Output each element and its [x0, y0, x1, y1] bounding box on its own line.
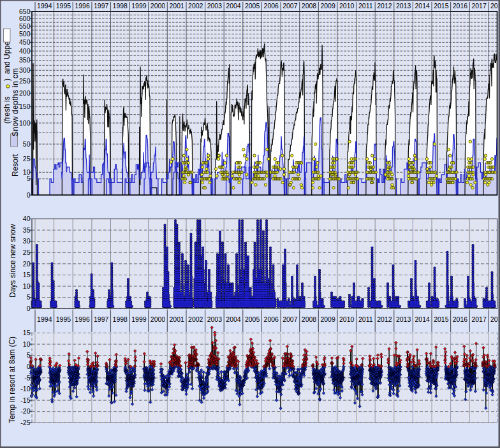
svg-text:1999: 1999 — [131, 315, 147, 323]
svg-text:Days since new snow: Days since new snow — [8, 224, 17, 298]
svg-text:2014: 2014 — [415, 315, 430, 323]
svg-text:5: 5 — [27, 351, 31, 359]
svg-text:2015: 2015 — [434, 2, 449, 10]
svg-text:15: 15 — [23, 271, 31, 278]
svg-text:15: 15 — [23, 329, 31, 336]
svg-text:2011: 2011 — [358, 315, 373, 323]
svg-text:0: 0 — [27, 191, 31, 199]
svg-text:1994: 1994 — [37, 315, 52, 323]
svg-text:300: 300 — [19, 66, 31, 74]
svg-text:10: 10 — [23, 340, 31, 348]
svg-text:600: 600 — [19, 15, 31, 22]
svg-text:1996: 1996 — [75, 2, 90, 10]
svg-text:2007: 2007 — [283, 315, 298, 323]
svg-text:400: 400 — [19, 47, 31, 55]
svg-text:450: 450 — [19, 38, 31, 46]
svg-text:2016: 2016 — [453, 2, 468, 10]
svg-text:Resort: Resort — [11, 154, 20, 177]
svg-text:5: 5 — [27, 293, 31, 301]
svg-text:550: 550 — [19, 22, 31, 30]
svg-text:(fresh is: (fresh is — [3, 96, 11, 124]
svg-text:2000: 2000 — [151, 2, 166, 10]
svg-text:2002: 2002 — [188, 315, 203, 323]
svg-text:10: 10 — [23, 282, 31, 290]
svg-text:100: 100 — [19, 119, 31, 127]
svg-text:-25: -25 — [20, 419, 30, 426]
svg-text:35: 35 — [23, 226, 31, 234]
svg-text:40: 40 — [23, 215, 31, 222]
svg-text:1995: 1995 — [56, 315, 71, 323]
svg-text:20: 20 — [23, 260, 31, 268]
svg-text:500: 500 — [19, 30, 31, 38]
svg-text:-15: -15 — [20, 396, 30, 404]
svg-text:2011: 2011 — [358, 2, 373, 10]
svg-text:350: 350 — [19, 56, 31, 64]
svg-text:2004: 2004 — [226, 315, 241, 323]
svg-text:-20: -20 — [20, 407, 30, 415]
svg-text:2007: 2007 — [283, 2, 298, 10]
svg-text:2017: 2017 — [471, 2, 487, 10]
svg-text:2006: 2006 — [264, 2, 279, 10]
svg-text:2002: 2002 — [188, 2, 203, 10]
svg-text:50: 50 — [23, 140, 31, 148]
svg-text:1997: 1997 — [94, 315, 109, 323]
svg-text:2006: 2006 — [264, 315, 279, 323]
svg-text:2001: 2001 — [169, 315, 184, 323]
svg-text:0: 0 — [27, 363, 31, 370]
svg-text:Temp in resort at 8am (C): Temp in resort at 8am (C) — [8, 336, 17, 423]
svg-text:200: 200 — [19, 89, 31, 97]
svg-text:2008: 2008 — [302, 2, 317, 10]
svg-text:1997: 1997 — [94, 2, 109, 10]
svg-text:2003: 2003 — [207, 2, 223, 10]
svg-text:250: 250 — [19, 77, 31, 85]
svg-text:2013: 2013 — [396, 315, 411, 323]
svg-text:150: 150 — [19, 103, 31, 110]
svg-text:1999: 1999 — [131, 2, 147, 10]
svg-text:1996: 1996 — [75, 315, 90, 323]
svg-text:10: 10 — [23, 168, 31, 176]
svg-text:1998: 1998 — [113, 315, 128, 323]
svg-text:30: 30 — [23, 237, 31, 245]
svg-text:2013: 2013 — [396, 2, 411, 10]
svg-text:2012: 2012 — [377, 2, 392, 10]
svg-text:2010: 2010 — [339, 2, 355, 10]
svg-text:1995: 1995 — [56, 2, 71, 10]
svg-text:) and Upper: ) and Upper — [3, 38, 11, 81]
svg-text:25: 25 — [23, 155, 31, 163]
svg-text:2016: 2016 — [453, 315, 468, 323]
svg-text:2009: 2009 — [320, 315, 335, 323]
svg-text:1994: 1994 — [37, 2, 52, 10]
svg-text:-5: -5 — [24, 374, 30, 382]
svg-text:2008: 2008 — [302, 315, 317, 323]
svg-text:2012: 2012 — [377, 315, 392, 323]
svg-text:Snow depths in cm: Snow depths in cm — [11, 68, 20, 136]
svg-text:650: 650 — [19, 8, 31, 15]
svg-text:2017: 2017 — [471, 315, 487, 323]
svg-text:2001: 2001 — [169, 2, 184, 10]
svg-text:25: 25 — [23, 249, 31, 256]
svg-text:5: 5 — [27, 175, 31, 182]
svg-text:2004: 2004 — [226, 2, 241, 10]
svg-text:2000: 2000 — [151, 315, 166, 323]
svg-text:2003: 2003 — [207, 315, 223, 323]
svg-text:2014: 2014 — [415, 2, 430, 10]
svg-text:2009: 2009 — [320, 2, 335, 10]
svg-text:2005: 2005 — [245, 315, 260, 323]
svg-text:2005: 2005 — [245, 2, 260, 10]
svg-text:2015: 2015 — [434, 315, 449, 323]
svg-text:2010: 2010 — [339, 315, 355, 323]
svg-text:0: 0 — [27, 305, 31, 312]
svg-text:1998: 1998 — [113, 2, 128, 10]
svg-text:-10: -10 — [20, 385, 30, 393]
